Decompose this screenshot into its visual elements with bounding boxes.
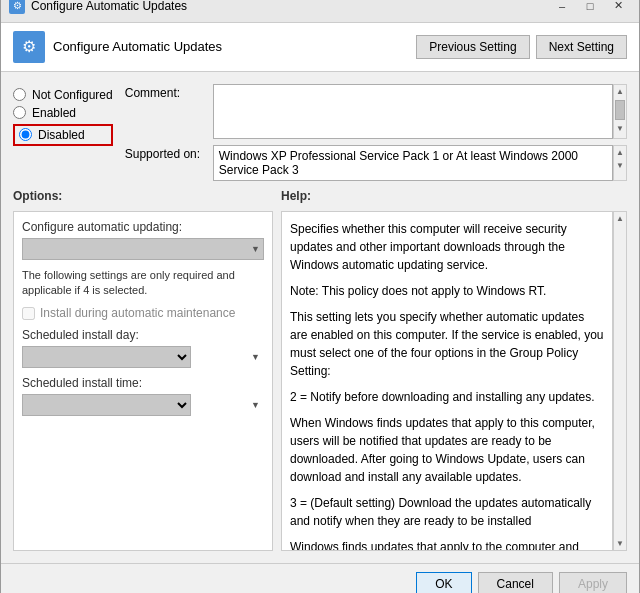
scroll-down-arrow[interactable]: ▼: [616, 122, 624, 135]
radio-not-configured-label: Not Configured: [32, 88, 113, 102]
install-checkbox-row: Install during automatic maintenance: [22, 306, 264, 320]
section-labels: Options: Help:: [13, 189, 627, 203]
note-text: The following settings are only required…: [22, 268, 264, 299]
window-title: Configure Automatic Updates: [31, 0, 187, 13]
scroll-thumb[interactable]: [615, 100, 625, 120]
supported-field-wrapper: Windows XP Professional Service Pack 1 o…: [213, 145, 627, 181]
apply-button[interactable]: Apply: [559, 572, 627, 594]
radio-enabled-label: Enabled: [32, 106, 76, 120]
prev-setting-button[interactable]: Previous Setting: [416, 35, 529, 59]
help-scrollbar[interactable]: ▲ ▼: [613, 211, 627, 551]
supported-value: Windows XP Professional Service Pack 1 o…: [213, 145, 613, 181]
configure-updating-row: Configure automatic updating:: [22, 220, 264, 260]
comment-scrollbar[interactable]: ▲ ▼: [613, 84, 627, 139]
supported-scroll-up[interactable]: ▲: [616, 146, 624, 159]
next-setting-button[interactable]: Next Setting: [536, 35, 627, 59]
comment-field-wrapper: ▲ ▼: [213, 84, 627, 139]
radio-not-configured[interactable]: Not Configured: [13, 88, 113, 102]
note-row: The following settings are only required…: [22, 268, 264, 299]
radio-disabled[interactable]: Disabled: [19, 128, 85, 142]
radio-disabled-input[interactable]: [19, 128, 32, 141]
supported-scroll-down[interactable]: ▼: [616, 159, 624, 172]
supported-scrollbar[interactable]: ▲ ▼: [613, 145, 627, 181]
schedule-time-row: Scheduled install time:: [22, 376, 264, 416]
options-label: Options:: [13, 189, 62, 203]
schedule-day-dropdown[interactable]: [22, 346, 191, 368]
top-section: Not Configured Enabled Disabled Comment:: [13, 84, 627, 181]
radio-disabled-label: Disabled: [38, 128, 85, 142]
configure-dropdown[interactable]: [22, 238, 264, 260]
dialog-title: Configure Automatic Updates: [53, 39, 222, 54]
schedule-time-label: Scheduled install time:: [22, 376, 264, 390]
main-window: ⚙ Configure Automatic Updates – □ ✕ ⚙ Co…: [0, 0, 640, 593]
comment-label: Comment:: [125, 84, 205, 100]
radio-enabled-input[interactable]: [13, 106, 26, 119]
dialog-icon: ⚙: [13, 31, 45, 63]
help-scroll-up[interactable]: ▲: [616, 212, 624, 225]
maximize-button[interactable]: □: [577, 0, 603, 16]
help-scroll-down[interactable]: ▼: [616, 537, 624, 550]
dialog-header: ⚙ Configure Automatic Updates Previous S…: [1, 23, 639, 72]
title-buttons: – □ ✕: [549, 0, 631, 16]
install-checkbox-label: Install during automatic maintenance: [40, 306, 235, 320]
dialog-header-left: ⚙ Configure Automatic Updates: [13, 31, 222, 63]
close-button[interactable]: ✕: [605, 0, 631, 16]
options-label-wrapper: Options:: [13, 189, 273, 203]
right-panel: Comment: ▲ ▼ Supported on: Windows XP Pr…: [125, 84, 627, 181]
window-icon: ⚙: [9, 0, 25, 14]
schedule-day-row: Scheduled install day:: [22, 328, 264, 368]
supported-label: Supported on:: [125, 145, 205, 161]
configure-updating-label: Configure automatic updating:: [22, 220, 264, 234]
schedule-day-label: Scheduled install day:: [22, 328, 264, 342]
radio-disabled-box: Disabled: [13, 124, 113, 146]
configure-dropdown-wrapper: [22, 238, 264, 260]
main-panels: Configure automatic updating: The follow…: [13, 211, 627, 551]
help-panel-wrapper: Specifies whether this computer will rec…: [281, 211, 627, 551]
options-panel: Configure automatic updating: The follow…: [13, 211, 273, 551]
comment-textarea[interactable]: [213, 84, 613, 139]
radio-section: Not Configured Enabled Disabled: [13, 84, 113, 181]
ok-button[interactable]: OK: [416, 572, 471, 594]
radio-not-configured-input[interactable]: [13, 88, 26, 101]
content-area: Not Configured Enabled Disabled Comment:: [1, 72, 639, 563]
schedule-time-dropdown-wrapper: [22, 394, 264, 416]
footer: OK Cancel Apply: [1, 563, 639, 594]
help-label-wrapper: Help:: [281, 189, 627, 203]
schedule-time-dropdown[interactable]: [22, 394, 191, 416]
help-label: Help:: [281, 189, 311, 203]
comment-row: Comment: ▲ ▼: [125, 84, 627, 139]
supported-row: Supported on: Windows XP Professional Se…: [125, 145, 627, 181]
scroll-up-arrow[interactable]: ▲: [616, 85, 624, 98]
help-panel: Specifies whether this computer will rec…: [281, 211, 613, 551]
minimize-button[interactable]: –: [549, 0, 575, 16]
install-checkbox[interactable]: [22, 307, 35, 320]
cancel-button[interactable]: Cancel: [478, 572, 553, 594]
radio-enabled[interactable]: Enabled: [13, 106, 113, 120]
title-bar-left: ⚙ Configure Automatic Updates: [9, 0, 187, 14]
title-bar: ⚙ Configure Automatic Updates – □ ✕: [1, 0, 639, 23]
header-buttons: Previous Setting Next Setting: [416, 35, 627, 59]
schedule-day-dropdown-wrapper: [22, 346, 264, 368]
